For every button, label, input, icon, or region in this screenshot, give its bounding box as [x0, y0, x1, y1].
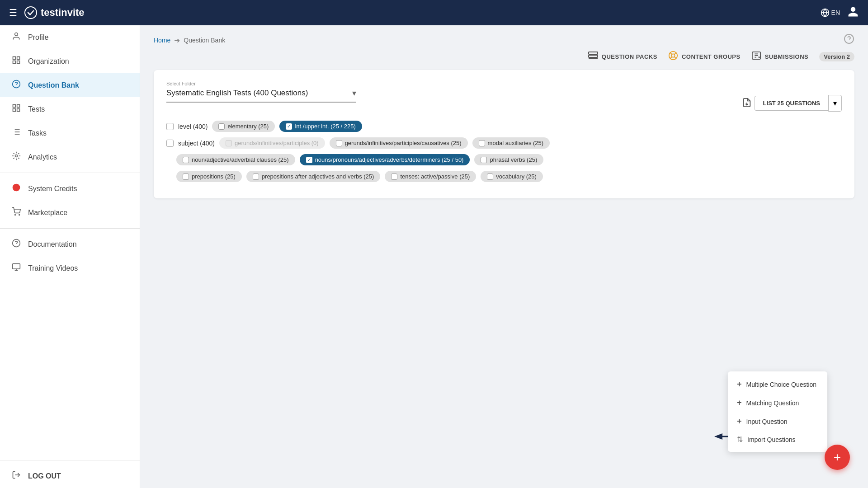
list-questions-dropdown[interactable]: ▾	[828, 95, 842, 112]
chip-cb-modal	[479, 140, 485, 146]
breadcrumb-arrow: ➜	[174, 36, 180, 45]
svg-line-36	[670, 53, 672, 55]
svg-point-19	[15, 155, 18, 157]
chip-int-upper[interactable]: ✓ int./upper int. (25 / 225)	[279, 121, 362, 132]
chip-tenses[interactable]: tenses: active/passive (25)	[385, 171, 476, 182]
logo-icon	[24, 6, 37, 19]
organization-label: Organization	[28, 57, 69, 66]
nav-right: EN	[821, 6, 859, 19]
nav-left: ☰ testinvite	[9, 6, 85, 19]
question-packs-btn[interactable]: QUESTION PACKS	[588, 52, 657, 62]
folder-dropdown-arrow[interactable]: ▾	[352, 88, 356, 98]
plus-icon-3: +	[737, 417, 742, 426]
chip-gerunds-causatives[interactable]: gerunds/infinitives/participles/causativ…	[330, 137, 468, 149]
dropdown-label-multiple-choice: Multiple Choice Question	[746, 381, 817, 388]
svg-rect-10	[17, 105, 20, 108]
svg-rect-32	[589, 55, 598, 57]
chip-cb-gerunds-disabled	[226, 140, 232, 146]
sidebar-item-system-credits[interactable]: System Credits	[0, 177, 140, 201]
sidebar-item-documentation[interactable]: Documentation	[0, 232, 140, 256]
sidebar-item-analytics[interactable]: Analytics	[0, 145, 140, 169]
tests-label: Tests	[28, 105, 45, 113]
subject-checkbox[interactable]	[166, 140, 174, 147]
svg-rect-4	[17, 57, 20, 60]
chip-label-vocabulary: vocabulary (25)	[496, 173, 537, 180]
folder-label: Select Folder	[166, 81, 742, 86]
marketplace-icon	[11, 207, 22, 218]
system-credits-label: System Credits	[28, 185, 77, 193]
top-navigation: ☰ testinvite EN	[0, 0, 868, 25]
analytics-label: Analytics	[28, 153, 57, 161]
tasks-icon	[11, 127, 22, 139]
dropdown-label-import: Import Questions	[747, 436, 796, 443]
chip-cb-nouns-pronouns: ✓	[306, 157, 312, 163]
sidebar-item-training-videos[interactable]: Training Videos	[0, 256, 140, 280]
chip-cb-gerunds-causatives	[336, 140, 342, 146]
dropdown-import[interactable]: ⇅ Import Questions	[728, 431, 827, 448]
chip-cb-tenses	[391, 174, 397, 180]
question-bank-label: Question Bank	[28, 81, 79, 89]
svg-rect-9	[13, 105, 16, 108]
sidebar-item-profile[interactable]: Profile	[0, 25, 140, 49]
sidebar-divider-1	[0, 173, 140, 173]
chip-cb-vocabulary	[487, 174, 493, 180]
content-groups-btn[interactable]: CONTENT GROUPS	[668, 51, 741, 63]
user-avatar[interactable]	[847, 6, 859, 19]
sidebar-item-organization[interactable]: Organization	[0, 49, 140, 73]
sidebar-item-tests[interactable]: Tests	[0, 97, 140, 121]
documentation-label: Documentation	[28, 240, 77, 249]
chip-prepositions-adj[interactable]: prepositions after adjectives and verbs …	[246, 171, 381, 182]
chip-gerunds-disabled[interactable]: gerunds/infinitives/participles (0)	[219, 137, 325, 149]
profile-label: Profile	[28, 33, 48, 42]
question-packs-icon	[588, 52, 598, 62]
chip-vocabulary[interactable]: vocabulary (25)	[481, 171, 543, 182]
level-checkbox[interactable]	[166, 123, 174, 130]
chip-modal[interactable]: modal auxiliaries (25)	[472, 137, 550, 149]
help-icon[interactable]	[844, 33, 854, 47]
add-questions-fab[interactable]: +	[825, 445, 850, 470]
svg-rect-3	[13, 57, 16, 60]
chip-nouns-pronouns[interactable]: ✓ nouns/pronouns/adjectives/adverbs/dete…	[300, 154, 470, 165]
list-questions-button[interactable]: LIST 25 QUESTIONS	[755, 96, 828, 111]
chip-cb-int-upper: ✓	[286, 123, 292, 130]
chip-noun-adj[interactable]: noun/adjective/adverbial clauses (25)	[176, 154, 295, 165]
menu-toggle[interactable]: ☰	[9, 7, 17, 18]
sidebar-item-question-bank[interactable]: Question Bank	[0, 73, 140, 97]
chip-label-nouns-pronouns: nouns/pronouns/adjectives/adverbs/determ…	[315, 156, 464, 163]
documentation-icon	[11, 239, 22, 250]
logout-label: LOG OUT	[28, 472, 61, 480]
level-filter-row: level (400) elementary (25) ✓ int./upper…	[166, 121, 842, 132]
submissions-btn[interactable]: SUBMISSIONS	[751, 51, 809, 62]
chip-cb-phrasal	[481, 157, 487, 163]
language-selector[interactable]: EN	[821, 8, 840, 17]
sidebar-divider-3	[0, 460, 140, 460]
svg-point-35	[671, 54, 675, 57]
training-videos-icon	[11, 263, 22, 274]
chip-phrasal[interactable]: phrasal verbs (25)	[474, 154, 543, 165]
chip-prepositions[interactable]: prepositions (25)	[176, 171, 242, 182]
sidebar-item-logout[interactable]: LOG OUT	[0, 464, 140, 488]
system-credits-icon	[11, 183, 22, 194]
sidebar-item-tasks[interactable]: Tasks	[0, 121, 140, 145]
chip-label-elementary: elementary (25)	[227, 123, 269, 130]
svg-point-20	[13, 184, 20, 192]
dropdown-multiple-choice[interactable]: + Multiple Choice Question	[728, 375, 827, 394]
svg-line-37	[674, 57, 676, 59]
submissions-icon	[751, 51, 761, 62]
svg-rect-31	[589, 52, 598, 54]
content-groups-label: CONTENT GROUPS	[682, 53, 741, 60]
sidebar-item-marketplace[interactable]: Marketplace	[0, 201, 140, 225]
export-icon	[742, 98, 752, 109]
dropdown-input[interactable]: + Input Question	[728, 412, 827, 431]
dropdown-label-matching: Matching Question	[746, 399, 799, 407]
folder-selector: Select Folder Systematic English Tests (…	[166, 81, 742, 112]
dropdown-label-input: Input Question	[746, 418, 788, 425]
breadcrumb-home[interactable]: Home	[154, 37, 170, 44]
breadcrumb: Home ➜ Question Bank	[154, 36, 225, 45]
chip-elementary[interactable]: elementary (25)	[212, 121, 275, 132]
training-videos-label: Training Videos	[28, 264, 78, 272]
dropdown-matching[interactable]: + Matching Question	[728, 394, 827, 412]
version-badge: Version 2	[819, 52, 854, 61]
folder-select-row[interactable]: Systematic English Tests (400 Questions)…	[166, 88, 356, 103]
plus-icon-1: +	[737, 380, 742, 389]
